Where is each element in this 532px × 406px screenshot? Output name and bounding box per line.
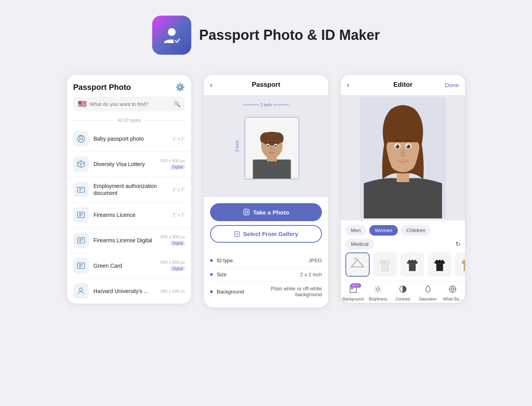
item-meta: 2" x 2"	[173, 136, 185, 141]
item-size: 600 x 600 px	[160, 260, 185, 265]
done-button[interactable]: Done	[445, 82, 459, 88]
item-icon	[73, 207, 89, 223]
dimension-v: 2 inch	[235, 140, 239, 152]
category-women[interactable]: Women	[369, 225, 398, 236]
svg-point-1	[173, 37, 181, 45]
divider-label: All ID types	[117, 118, 141, 123]
refresh-button[interactable]: ↻	[455, 240, 460, 248]
list-item[interactable]: Green Card 600 x 600 px Digital	[67, 253, 191, 279]
tool-white-balance-label: White Ba...	[443, 297, 462, 301]
svg-rect-10	[253, 159, 291, 179]
divider-line-left	[73, 120, 114, 121]
phone3-header: ‹ Editor Done	[341, 75, 465, 95]
item-meta: 600 x 600 px Digital	[160, 260, 185, 272]
outfit-item-tan-blazer[interactable]	[455, 252, 465, 277]
item-name: Firearms Licence	[93, 212, 135, 218]
dot-icon	[210, 273, 213, 276]
tool-brightness-label: Brightness	[369, 297, 387, 301]
outfit-item-black-suit[interactable]	[428, 252, 452, 277]
item-size: 900 x 900 px	[160, 234, 185, 239]
list-item[interactable]: Diversity Visa Lottery 600 x 600 px Digi…	[67, 152, 191, 177]
category-tabs: Men Women Children Medical ↻	[341, 220, 465, 252]
list-item[interactable]: Firearms Licence 2" x 2"	[67, 202, 191, 228]
item-meta: 2" x 2"	[173, 187, 185, 192]
back-button[interactable]: ‹	[210, 81, 212, 89]
divider: All ID types	[67, 116, 191, 126]
info-section: ID type JPEG Size 2 x 2 inch Background …	[204, 249, 328, 308]
svg-point-38	[451, 288, 454, 290]
take-photo-button[interactable]: Take a Photo	[210, 203, 322, 221]
list-item[interactable]: Firearms License Digital 900 x 900 px Di…	[67, 228, 191, 253]
contrast-icon	[399, 285, 407, 295]
search-input[interactable]	[90, 101, 171, 107]
svg-rect-31	[412, 260, 413, 263]
item-name: Diversity Visa Lottery	[93, 161, 145, 167]
phone2-header: ‹ Passport	[204, 75, 328, 95]
category-children[interactable]: Children	[401, 225, 431, 236]
svg-point-17	[275, 145, 277, 147]
dot-icon	[210, 259, 213, 262]
tool-contrast-label: Contrast	[395, 297, 410, 301]
item-meta: 280 x 296 px	[160, 289, 185, 293]
item-size: 600 x 600 px	[160, 158, 185, 163]
item-meta: 2" x 2"	[173, 213, 185, 217]
item-name: Harvard University's ...	[93, 288, 148, 294]
category-men[interactable]: Men	[345, 225, 366, 236]
tool-brightness[interactable]: Brightness	[366, 285, 391, 301]
info-item-size: Size 2 x 2 inch	[210, 268, 322, 282]
action-buttons: Take a Photo Select From Gallery	[204, 197, 328, 249]
outfit-item-white-shirt[interactable]	[373, 252, 397, 277]
take-photo-label: Take a Photo	[253, 209, 289, 216]
outfit-item-dark-suit[interactable]	[400, 252, 424, 277]
photo-area: 2 inch 2 inch	[204, 95, 328, 197]
svg-point-35	[377, 288, 379, 290]
tool-background-label: Background	[343, 297, 363, 301]
gallery-button[interactable]: Select From Gallery	[210, 225, 322, 243]
settings-icon[interactable]: ⚙️	[175, 82, 185, 92]
item-badge: Digital	[170, 165, 185, 170]
category-medical[interactable]: Medical	[345, 239, 374, 249]
item-info: Harvard University's ...	[93, 288, 156, 295]
svg-rect-30	[384, 260, 386, 265]
item-size: 2" x 2"	[173, 136, 185, 141]
tool-saturation-label: Saturation	[419, 297, 437, 301]
editor-photo-area	[341, 95, 465, 220]
phone1-header: Passport Photo ⚙️	[67, 75, 191, 97]
outfit-row	[341, 252, 465, 281]
info-label: ID type	[217, 258, 305, 263]
phone3-title: Editor	[393, 81, 412, 89]
dot-icon	[210, 290, 213, 293]
item-icon	[73, 156, 89, 172]
item-info: Employment authorization document	[93, 182, 168, 197]
info-label: Size	[217, 272, 296, 277]
svg-point-0	[168, 28, 176, 36]
outfit-item-none[interactable]	[345, 252, 370, 277]
item-meta: 600 x 600 px Digital	[160, 158, 185, 170]
svg-point-26	[395, 145, 399, 148]
back-button[interactable]: ‹	[347, 81, 349, 89]
list-item[interactable]: Baby passport photo 2" x 2"	[67, 126, 191, 152]
id-list: Baby passport photo 2" x 2" Diversity Vi…	[67, 126, 191, 304]
item-icon	[73, 131, 89, 147]
list-item[interactable]: Harvard University's ... 280 x 296 px	[67, 279, 191, 304]
divider-line-right	[144, 120, 185, 121]
item-info: Diversity Visa Lottery	[93, 161, 156, 168]
app-icon	[152, 16, 191, 55]
info-item-idtype: ID type JPEG	[210, 254, 322, 268]
tool-white-balance[interactable]: White Ba...	[440, 285, 465, 301]
tool-background[interactable]: NEW Background	[341, 285, 366, 301]
svg-point-29	[407, 145, 408, 147]
tool-contrast[interactable]: Contrast	[390, 285, 415, 301]
item-info: Firearms Licence	[93, 211, 168, 218]
item-name: Employment authorization document	[93, 183, 157, 196]
item-icon	[73, 182, 89, 197]
list-item[interactable]: Employment authorization document 2" x 2…	[67, 177, 191, 202]
item-size: 2" x 2"	[173, 213, 185, 217]
white-balance-icon	[448, 285, 457, 295]
svg-point-27	[406, 145, 410, 148]
phone-editor: ‹ Editor Done	[340, 74, 466, 303]
search-bar: 🇺🇸 🔍	[73, 97, 185, 111]
saturation-icon	[424, 285, 432, 295]
tool-saturation[interactable]: Saturation	[415, 285, 440, 301]
svg-point-28	[396, 145, 397, 147]
